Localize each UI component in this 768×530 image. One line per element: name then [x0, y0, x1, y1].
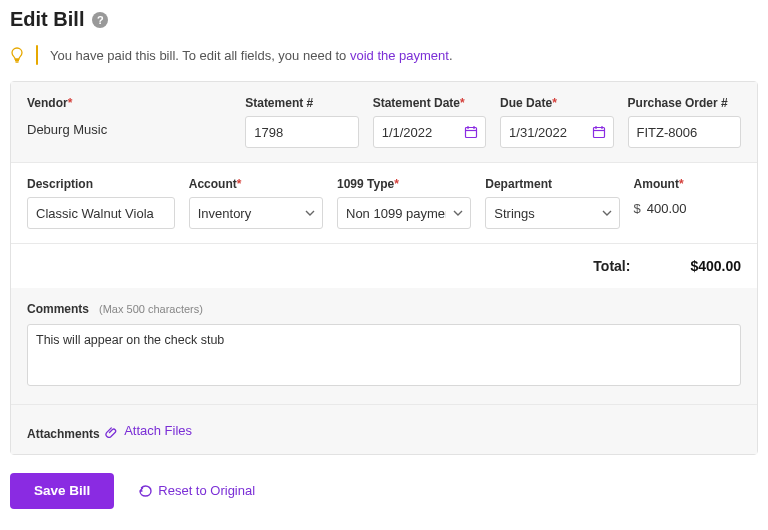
attachments-label: Attachments	[27, 427, 100, 441]
due-date-field: Due Date*	[500, 96, 613, 148]
comments-input[interactable]	[27, 324, 741, 386]
type-1099-field: 1099 Type*	[337, 177, 471, 229]
reset-button[interactable]: Reset to Original	[138, 483, 255, 498]
vendor-value: Deburg Music	[27, 116, 231, 137]
statement-no-label: Statement #	[245, 96, 358, 110]
help-icon[interactable]: ?	[92, 12, 108, 28]
total-row: Total: $400.00	[11, 244, 757, 288]
due-date-label: Due Date*	[500, 96, 613, 110]
po-input[interactable]	[628, 116, 741, 148]
comments-hint: (Max 500 characters)	[99, 303, 203, 315]
banner-text: You have paid this bill. To edit all fie…	[50, 48, 453, 63]
account-select[interactable]	[189, 197, 323, 229]
bill-header-section: Vendor* Deburg Music Statement # Stateme…	[11, 82, 757, 163]
department-label: Department	[485, 177, 619, 191]
description-input[interactable]	[27, 197, 175, 229]
footer-actions: Save Bill Reset to Original	[10, 473, 758, 509]
description-label: Description	[27, 177, 175, 191]
amount-value-wrap: $ 400.00	[634, 197, 741, 216]
vendor-label: Vendor*	[27, 96, 231, 110]
statement-no-input[interactable]	[245, 116, 358, 148]
page-title: Edit Bill	[10, 8, 84, 31]
amount-label: Amount*	[634, 177, 741, 191]
amount-value: 400.00	[647, 201, 687, 216]
due-date-input[interactable]	[500, 116, 613, 148]
lightbulb-icon	[10, 47, 24, 63]
type-1099-select[interactable]	[337, 197, 471, 229]
link-icon	[104, 424, 118, 438]
statement-date-input[interactable]	[373, 116, 486, 148]
po-field: Purchase Order #	[628, 96, 741, 148]
account-field: Account*	[189, 177, 323, 229]
attachments-section: Attachments Attach Files	[11, 405, 757, 454]
amount-field: Amount* $ 400.00	[634, 177, 741, 229]
description-field: Description	[27, 177, 175, 229]
bill-card: Vendor* Deburg Music Statement # Stateme…	[10, 81, 758, 455]
total-label: Total:	[593, 258, 630, 274]
banner-text-prefix: You have paid this bill. To edit all fie…	[50, 48, 350, 63]
statement-date-field: Statement Date*	[373, 96, 486, 148]
attach-files-text: Attach Files	[124, 423, 192, 438]
attach-files-link[interactable]: Attach Files	[104, 423, 192, 438]
banner-text-suffix: .	[449, 48, 453, 63]
info-banner: You have paid this bill. To edit all fie…	[10, 45, 758, 65]
line-item-section: Description Account* 1099 Type* Departme…	[11, 163, 757, 244]
void-payment-link[interactable]: void the payment	[350, 48, 449, 63]
banner-divider	[36, 45, 38, 65]
department-select[interactable]	[485, 197, 619, 229]
vendor-field: Vendor* Deburg Music	[27, 96, 231, 148]
account-label: Account*	[189, 177, 323, 191]
save-bill-button[interactable]: Save Bill	[10, 473, 114, 509]
department-field: Department	[485, 177, 619, 229]
total-value: $400.00	[690, 258, 741, 274]
statement-no-field: Statement #	[245, 96, 358, 148]
amount-currency: $	[634, 201, 641, 216]
statement-date-label: Statement Date*	[373, 96, 486, 110]
comments-label: Comments	[27, 302, 89, 316]
reset-text: Reset to Original	[158, 483, 255, 498]
undo-icon	[138, 485, 152, 497]
page-header: Edit Bill ?	[10, 8, 758, 31]
comments-section: Comments (Max 500 characters)	[11, 288, 757, 405]
type-1099-label: 1099 Type*	[337, 177, 471, 191]
po-label: Purchase Order #	[628, 96, 741, 110]
